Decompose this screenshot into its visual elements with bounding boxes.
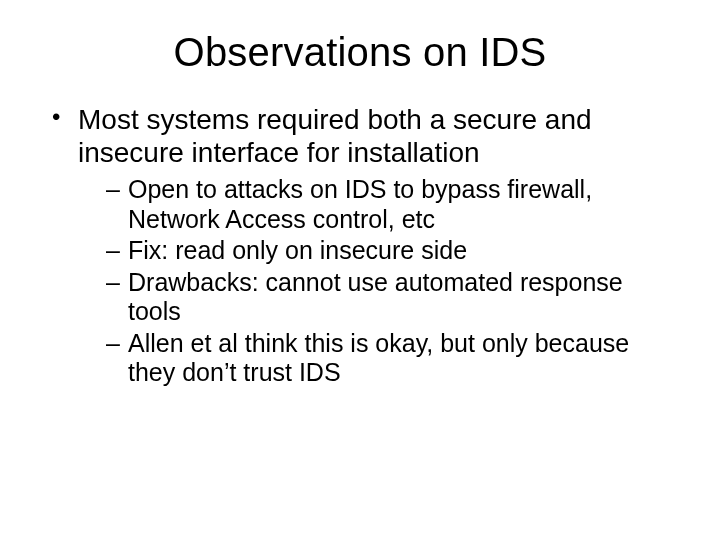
sub-bullet-text: Drawbacks: cannot use automated response… <box>128 268 623 326</box>
slide: Observations on IDS Most systems require… <box>0 0 720 540</box>
sub-bullet-text: Open to attacks on IDS to bypass firewal… <box>128 175 592 233</box>
sub-bullet-text: Fix: read only on insecure side <box>128 236 467 264</box>
bullet-list: Most systems required both a secure and … <box>40 103 680 388</box>
list-item: Drawbacks: cannot use automated response… <box>106 268 680 327</box>
list-item: Most systems required both a secure and … <box>50 103 680 388</box>
list-item: Open to attacks on IDS to bypass firewal… <box>106 175 680 234</box>
sub-bullet-text: Allen et al think this is okay, but only… <box>128 329 629 387</box>
list-item: Fix: read only on insecure side <box>106 236 680 266</box>
sub-bullet-list: Open to attacks on IDS to bypass firewal… <box>78 175 680 388</box>
slide-title: Observations on IDS <box>40 30 680 75</box>
bullet-text: Most systems required both a secure and … <box>78 104 592 168</box>
list-item: Allen et al think this is okay, but only… <box>106 329 680 388</box>
